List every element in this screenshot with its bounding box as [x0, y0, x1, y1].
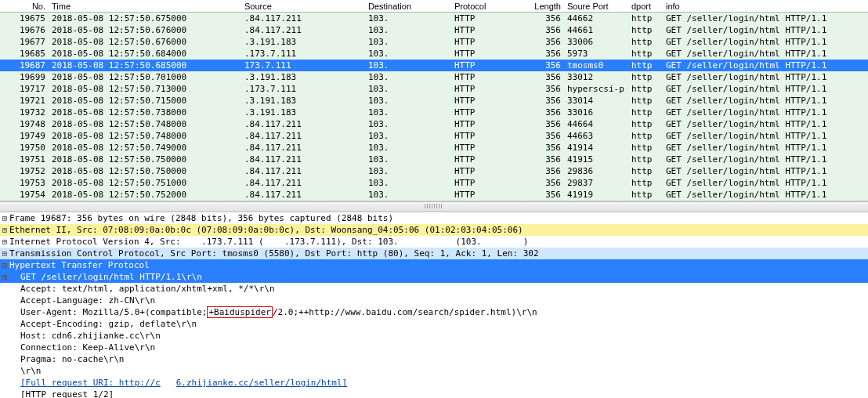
cell-proto: HTTP — [451, 119, 523, 129]
cell-time: 2018-05-08 12:57:50.684000 — [49, 49, 241, 59]
cell-info: GET /seller/login/html HTTP/1.1 — [663, 190, 868, 200]
col-header-destination[interactable]: Destination — [365, 2, 451, 11]
expand-icon[interactable]: ⊞ — [0, 224, 9, 236]
cell-info: GET /seller/login/html HTTP/1.1 — [663, 178, 868, 188]
cell-proto: HTTP — [451, 178, 523, 188]
detail-accept-language[interactable]: Accept-Language: zh-CN\r\n — [0, 295, 868, 306]
packet-row[interactable]: 197172018-05-08 12:57:50.713000.173.7.11… — [0, 83, 868, 95]
packet-row[interactable]: 196752018-05-08 12:57:50.675000.84.117.2… — [0, 13, 868, 24]
packet-details-pane[interactable]: ⊞Frame 19687: 356 bytes on wire (2848 bi… — [0, 212, 868, 398]
detail-http-request-line[interactable]: ⊞GET /seller/login/html HTTP/1.1\r\n — [0, 271, 868, 283]
cell-len: 356 — [523, 166, 564, 176]
cell-info: GET /seller/login/html HTTP/1.1 — [663, 60, 868, 71]
cell-dst: 103. — [365, 154, 451, 165]
packet-row[interactable]: 197522018-05-08 12:57:50.750000.84.117.2… — [0, 165, 868, 177]
cell-src: .3.191.183 — [241, 37, 365, 47]
packet-row[interactable]: 197482018-05-08 12:57:50.748000.84.117.2… — [0, 118, 868, 130]
packet-row[interactable]: 196872018-05-08 12:57:50.685000173.7.111… — [0, 60, 868, 71]
cell-info: GET /seller/login/html HTTP/1.1 — [663, 143, 868, 153]
cell-proto: HTTP — [451, 84, 523, 94]
cell-sport: 29836 — [564, 166, 628, 176]
cell-dport: http — [628, 72, 663, 82]
cell-no: 19721 — [0, 96, 49, 106]
cell-proto: HTTP — [451, 131, 523, 141]
cell-dport: http — [628, 96, 663, 106]
cell-proto: HTTP — [451, 25, 523, 35]
col-header-dport[interactable]: dport — [628, 2, 663, 11]
cell-time: 2018-05-08 12:57:50.675000 — [49, 13, 241, 24]
cell-dport: http — [628, 37, 663, 47]
cell-dport: http — [628, 119, 663, 129]
detail-host[interactable]: Host: cdn6.zhijianke.cc\r\n — [0, 330, 868, 342]
cell-no: 19687 — [0, 60, 49, 71]
packet-row[interactable]: 196852018-05-08 12:57:50.684000.173.7.11… — [0, 48, 868, 60]
packet-row[interactable]: 197542018-05-08 12:57:50.752000.84.117.2… — [0, 189, 868, 201]
cell-proto: HTTP — [451, 72, 523, 82]
cell-len: 356 — [523, 131, 564, 141]
detail-http[interactable]: ⊟Hypertext Transfer Protocol — [0, 259, 868, 271]
detail-ethernet[interactable]: ⊞Ethernet II, Src: 07:08:09:0a:0b:0c (07… — [0, 224, 868, 236]
detail-user-agent[interactable]: User-Agent: Mozilla/5.0+(compatible;+Bai… — [0, 306, 868, 318]
cell-no: 19753 — [0, 178, 49, 188]
col-header-no[interactable]: No. — [0, 2, 49, 11]
cell-src: .3.191.183 — [241, 72, 365, 82]
packet-list-body[interactable]: 196752018-05-08 12:57:50.675000.84.117.2… — [0, 13, 868, 201]
detail-pragma[interactable]: Pragma: no-cache\r\n — [0, 353, 868, 365]
detail-accept[interactable]: Accept: text/html, application/xhtml+xml… — [0, 283, 868, 295]
packet-row[interactable]: 197512018-05-08 12:57:50.750000.84.117.2… — [0, 154, 868, 165]
cell-len: 356 — [523, 13, 564, 24]
detail-accept-encoding[interactable]: Accept-Encoding: gzip, deflate\r\n — [0, 318, 868, 330]
cell-time: 2018-05-08 12:57:50.750000 — [49, 166, 241, 176]
detail-crlf[interactable]: \r\n — [0, 365, 868, 377]
col-header-time[interactable]: Time — [49, 2, 241, 11]
cell-proto: HTTP — [451, 190, 523, 200]
col-header-sport[interactable]: Soure Port — [564, 2, 628, 11]
cell-no: 19675 — [0, 13, 49, 24]
cell-dport: http — [628, 143, 663, 153]
cell-proto: HTTP — [451, 143, 523, 153]
packet-row[interactable]: 197212018-05-08 12:57:50.715000.3.191.18… — [0, 95, 868, 107]
detail-http-request-count[interactable]: [HTTP request 1/2] — [0, 389, 868, 398]
expand-icon[interactable]: ⊞ — [0, 236, 9, 248]
detail-frame[interactable]: ⊞Frame 19687: 356 bytes on wire (2848 bi… — [0, 212, 868, 224]
packet-row[interactable]: 197532018-05-08 12:57:50.751000.84.117.2… — [0, 177, 868, 189]
packet-row[interactable]: 197492018-05-08 12:57:50.748000.84.117.2… — [0, 130, 868, 142]
col-header-info[interactable]: info — [663, 2, 868, 11]
cell-info: GET /seller/login/html HTTP/1.1 — [663, 37, 868, 47]
cell-proto: HTTP — [451, 37, 523, 47]
packet-list-header[interactable]: No. Time Source Destination Protocol Len… — [0, 0, 868, 13]
expand-icon[interactable]: ⊞ — [0, 248, 9, 259]
cell-dport: http — [628, 107, 663, 118]
cell-time: 2018-05-08 12:57:50.715000 — [49, 96, 241, 106]
col-header-length[interactable]: Length — [523, 2, 564, 11]
cell-sport: hyperscsi-p — [564, 84, 628, 94]
packet-row[interactable]: 197502018-05-08 12:57:50.749000.84.117.2… — [0, 142, 868, 154]
full-uri-link[interactable]: 6.zhijianke.cc/seller/login/html] — [176, 378, 348, 388]
expand-icon[interactable]: ⊞ — [0, 271, 9, 283]
cell-sport: 33016 — [564, 107, 628, 118]
packet-row[interactable]: 196992018-05-08 12:57:50.701000.3.191.18… — [0, 71, 868, 83]
cell-no: 19752 — [0, 166, 49, 176]
cell-dport: http — [628, 178, 663, 188]
full-uri-link[interactable]: [Full request URI: http://c — [20, 378, 161, 388]
detail-connection[interactable]: Connection: Keep-Alive\r\n — [0, 342, 868, 353]
pane-splitter[interactable] — [0, 201, 868, 212]
cell-len: 356 — [523, 37, 564, 47]
cell-info: GET /seller/login/html HTTP/1.1 — [663, 166, 868, 176]
expand-icon[interactable]: ⊞ — [0, 212, 9, 224]
collapse-icon[interactable]: ⊟ — [0, 259, 9, 271]
cell-info: GET /seller/login/html HTTP/1.1 — [663, 96, 868, 106]
packet-row[interactable]: 197322018-05-08 12:57:50.738000.3.191.18… — [0, 107, 868, 118]
detail-ip[interactable]: ⊞Internet Protocol Version 4, Src: .173.… — [0, 236, 868, 248]
cell-dst: 103. — [365, 84, 451, 94]
col-header-protocol[interactable]: Protocol — [451, 2, 523, 11]
detail-tcp[interactable]: ⊞Transmission Control Protocol, Src Port… — [0, 248, 868, 259]
cell-time: 2018-05-08 12:57:50.738000 — [49, 107, 241, 118]
detail-full-uri[interactable]: [Full request URI: http://c 6.zhijianke.… — [0, 377, 868, 389]
cell-sport: 44661 — [564, 25, 628, 35]
col-header-source[interactable]: Source — [241, 2, 365, 11]
packet-row[interactable]: 196762018-05-08 12:57:50.676000.84.117.2… — [0, 24, 868, 36]
cell-dst: 103. — [365, 131, 451, 141]
packet-row[interactable]: 196772018-05-08 12:57:50.676000.3.191.18… — [0, 36, 868, 48]
cell-time: 2018-05-08 12:57:50.676000 — [49, 25, 241, 35]
